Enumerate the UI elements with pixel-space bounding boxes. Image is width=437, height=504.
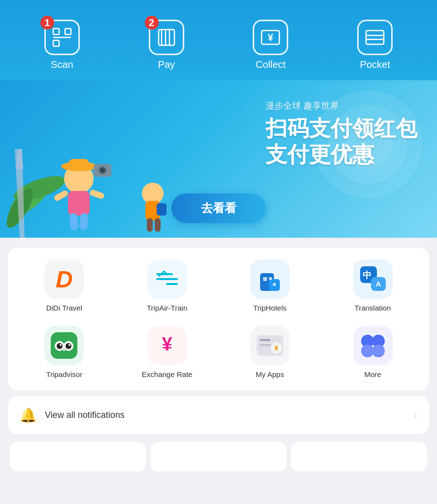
translation-icon: 中 A xyxy=(353,259,393,299)
more-icon-svg xyxy=(358,330,388,361)
app-more-label: More xyxy=(365,370,381,378)
svg-rect-21 xyxy=(68,191,90,216)
collect-button[interactable]: ¥ Collect xyxy=(253,20,288,70)
svg-text:¥: ¥ xyxy=(268,32,274,43)
collect-icon: ¥ xyxy=(260,27,281,48)
svg-rect-2 xyxy=(53,40,59,46)
pocket-label: Pocket xyxy=(360,59,390,70)
triphotels-icon xyxy=(250,259,290,299)
svg-rect-0 xyxy=(53,29,59,34)
svg-text:¥: ¥ xyxy=(274,344,278,352)
svg-text:中: 中 xyxy=(363,270,371,280)
quick-actions: 1 Scan 2 Pay xyxy=(0,15,437,80)
chevron-right-icon: › xyxy=(414,410,417,421)
scan-badge: 1 xyxy=(40,16,54,30)
banner-cta-button[interactable]: 去看看 xyxy=(171,193,266,223)
collect-label: Collect xyxy=(256,59,286,70)
notification-bar[interactable]: 🔔 View all notifications › xyxy=(8,396,429,434)
app-didi[interactable]: D DiDi Travel xyxy=(13,259,116,312)
pay-button[interactable]: 2 Pay xyxy=(149,20,184,70)
svg-rect-23 xyxy=(89,189,105,200)
myapps-icon-svg: ¥ xyxy=(255,330,285,361)
pay-label: Pay xyxy=(158,59,174,70)
app-translation-label: Translation xyxy=(355,304,391,312)
triphotels-icon-svg xyxy=(255,264,285,294)
app-translation[interactable]: 中 A Translation xyxy=(321,259,424,312)
bottom-tabs xyxy=(0,442,437,472)
banner: 漫步全球 趣享世界 扫码支付领红包 支付更优惠 去看看 xyxy=(0,80,437,238)
svg-rect-22 xyxy=(53,189,69,202)
pay-icon xyxy=(156,27,177,48)
svg-rect-10 xyxy=(366,31,384,44)
app-triphotels-label: TripHotels xyxy=(253,304,287,312)
app-myapps-label: My Apps xyxy=(256,370,284,378)
tab-hint-3 xyxy=(291,442,427,472)
svg-rect-30 xyxy=(155,218,161,232)
scan-button[interactable]: 1 Scan xyxy=(44,20,80,70)
pocket-button[interactable]: Pocket xyxy=(357,20,393,70)
svg-point-51 xyxy=(68,344,70,346)
more-icon xyxy=(353,326,393,365)
app-exchange-label: Exchange Rate xyxy=(142,370,193,378)
svg-rect-1 xyxy=(65,29,71,34)
myapps-icon: ¥ xyxy=(250,326,290,365)
translation-icon-svg: 中 A xyxy=(358,264,388,294)
banner-subtitle: 漫步全球 趣享世界 xyxy=(266,100,417,112)
collect-icon-box: ¥ xyxy=(253,20,288,55)
app-more[interactable]: More xyxy=(321,326,424,378)
app-tripadvisor-label: Tripadvisor xyxy=(46,370,83,378)
app-didi-label: DiDi Travel xyxy=(46,304,82,312)
exchange-icon: ¥ xyxy=(147,326,187,365)
scan-label: Scan xyxy=(51,59,73,70)
notification-text: View all notifications xyxy=(45,410,406,420)
app-tripadvisor[interactable]: Tripadvisor xyxy=(13,326,116,378)
bottom-section: D DiDi Travel TripAir-Train xyxy=(0,238,437,481)
svg-point-50 xyxy=(60,344,62,346)
scan-icon xyxy=(51,27,73,48)
svg-text:¥: ¥ xyxy=(162,334,172,354)
pocket-icon xyxy=(364,27,386,48)
app-tripair-label: TripAir-Train xyxy=(147,304,187,312)
svg-point-48 xyxy=(57,343,63,349)
svg-rect-55 xyxy=(260,339,270,341)
didi-icon: D xyxy=(44,259,84,299)
pocket-icon-box xyxy=(357,20,393,55)
tripadvisor-icon-svg xyxy=(49,330,79,361)
tab-hint-1 xyxy=(10,442,146,472)
svg-text:A: A xyxy=(375,280,381,288)
svg-point-62 xyxy=(372,345,385,357)
bell-icon: 🔔 xyxy=(20,407,37,423)
app-tripair[interactable]: TripAir-Train xyxy=(116,259,219,312)
app-triphotels[interactable]: TripHotels xyxy=(219,259,322,312)
tripadvisor-icon xyxy=(44,326,84,365)
svg-rect-40 xyxy=(273,283,276,286)
tripair-icon xyxy=(147,259,187,299)
svg-point-33 xyxy=(100,168,105,173)
banner-title-line1: 扫码支付领红包 xyxy=(266,116,417,142)
svg-rect-29 xyxy=(147,218,153,232)
app-exchange[interactable]: ¥ Exchange Rate xyxy=(116,326,219,378)
svg-point-49 xyxy=(66,343,71,349)
svg-rect-20 xyxy=(69,159,89,169)
exchange-icon-svg: ¥ xyxy=(153,332,181,359)
tripair-icon-svg xyxy=(153,265,181,293)
svg-rect-28 xyxy=(157,203,167,216)
header: 1 Scan 2 Pay xyxy=(0,0,437,238)
pay-badge: 2 xyxy=(145,16,159,30)
app-grid: D DiDi Travel TripAir-Train xyxy=(8,248,429,390)
svg-rect-39 xyxy=(269,277,272,280)
tab-hint-2 xyxy=(150,442,287,472)
svg-rect-38 xyxy=(263,277,267,281)
banner-title-line2: 支付更优惠 xyxy=(266,142,417,168)
banner-text: 漫步全球 趣享世界 扫码支付领红包 支付更优惠 xyxy=(266,100,417,168)
app-myapps[interactable]: ¥ My Apps xyxy=(219,326,322,378)
